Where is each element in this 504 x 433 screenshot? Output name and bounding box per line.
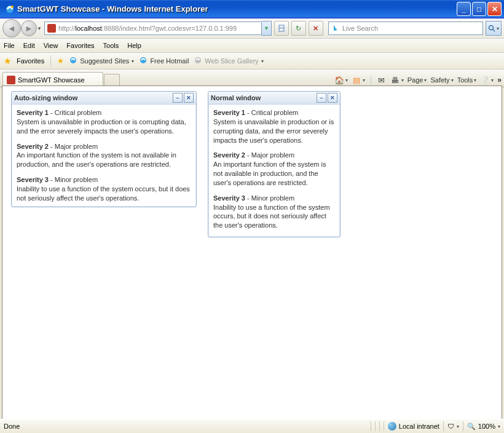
shield-icon: 🛡 [447,423,454,430]
window-title: SmartGWT Showcase - Windows Internet Exp… [17,4,457,14]
ie-icon [5,4,15,14]
web-slice-gallery-link[interactable]: Web Slice Gallery ▾ [194,56,263,66]
window-titlebar: SmartGWT Showcase - Windows Internet Exp… [0,0,504,18]
add-favorite-icon[interactable]: ★ [57,57,64,65]
address-bar[interactable]: http://localhost:8888/index.html?gwt.cod… [44,22,262,35]
severity-entry: Severity 2 - Major problem An important … [213,151,335,187]
severity-entry: Severity 3 - Minor problem Inability to … [17,175,191,203]
minimize-window-button[interactable]: – [317,93,326,103]
separator [50,55,51,66]
free-hotmail-link[interactable]: Free Hotmail [139,56,189,66]
menu-file[interactable]: File [4,42,15,49]
window-system-buttons: _ □ ✕ [457,2,502,16]
status-text: Done [4,423,20,430]
print-button[interactable]: 🖶▾ [390,75,404,85]
search-bar[interactable]: Live Search [328,22,483,35]
tools-menu[interactable]: Tools ▾ [457,76,477,84]
window-header[interactable]: Normal window – ✕ [208,92,340,105]
forward-button[interactable]: ► [21,20,37,36]
svg-rect-3 [279,28,284,28]
ie-small-icon [194,56,202,66]
ie-small-icon [139,56,148,66]
home-icon: 🏠 [334,75,344,85]
compat-view-button[interactable] [274,21,289,36]
overflow-chevron[interactable]: » [497,76,502,84]
window-title-label: Auto-sizing window [14,94,171,101]
status-bar: Done Local intranet 🛡▾ 🔍100% ▾ [0,419,504,433]
bing-icon [331,24,340,33]
read-mail-button[interactable]: ✉ [377,75,387,85]
menu-view[interactable]: View [44,42,58,49]
severity-entry: Severity 3 - Minor problem Inability to … [213,194,335,230]
menu-bar: File Edit View Favorites Tools Help [0,39,504,53]
canvas: Auto-sizing window – ✕ Severity 1 - Crit… [2,86,502,419]
address-favicon [47,24,56,33]
menu-help[interactable]: Help [127,42,141,49]
home-button[interactable]: 🏠▾ [334,75,348,85]
minimize-window-button[interactable]: – [173,93,183,103]
print-icon: 🖶 [390,75,400,85]
svg-point-4 [489,25,494,30]
help-icon: ❔ [480,75,490,85]
page-content: Auto-sizing window – ✕ Severity 1 - Crit… [2,85,502,419]
globe-icon [388,422,396,431]
window-body[interactable]: Severity 1 - Critical problem System is … [208,105,340,231]
safety-menu[interactable]: Safety ▾ [430,76,453,84]
address-host: localhost [75,25,101,32]
help-button[interactable]: ❔▾ [480,75,494,85]
back-button[interactable]: ◄ [2,19,21,38]
minimize-button[interactable]: _ [457,2,471,16]
window-body: Severity 1 - Critical problem System is … [12,105,196,207]
search-go-button[interactable]: ▾ [486,21,502,36]
search-placeholder: Live Search [342,25,378,32]
back-forward-group: ◄ ► ▼ [2,19,42,38]
tab-favicon [7,76,15,84]
browser-tab[interactable]: SmartGWT Showcase [2,72,103,87]
address-bar-wrap: http://localhost:8888/index.html?gwt.cod… [44,21,272,36]
window-title-label: Normal window [211,94,315,101]
new-tab-button[interactable] [104,74,120,87]
zoom-icon: 🔍 [467,423,476,431]
maximize-button[interactable]: □ [472,2,486,16]
feeds-button[interactable]: ▤▾ [352,75,365,85]
rss-icon: ▤ [352,75,361,85]
close-window-button[interactable]: ✕ [328,93,337,103]
security-zone[interactable]: Local intranet [388,422,439,431]
menu-edit[interactable]: Edit [23,42,35,49]
auto-sizing-window: Auto-sizing window – ✕ Severity 1 - Crit… [11,91,197,207]
refresh-button[interactable]: ↻ [291,21,306,36]
mail-icon: ✉ [377,75,387,85]
severity-entry: Severity 1 - Critical problem System is … [17,108,191,136]
close-window-button[interactable]: ✕ [184,93,194,103]
tab-row: SmartGWT Showcase 🏠▾ ▤▾ ✉ 🖶▾ Page ▾ Safe… [0,70,504,87]
severity-entry: Severity 1 - Critical problem System is … [213,108,335,145]
stop-button[interactable]: ✕ [309,21,323,36]
favorites-star-icon: ★ [4,56,12,66]
protected-mode[interactable]: 🛡▾ [447,423,459,430]
severity-entry: Severity 2 - Major problem An important … [17,142,191,170]
page-menu[interactable]: Page ▾ [408,76,427,84]
ie-small-icon [69,56,77,66]
history-dropdown[interactable]: ▼ [37,26,42,31]
favorites-button[interactable]: Favorites [17,57,44,65]
zoom-control[interactable]: 🔍100% ▾ [467,423,500,431]
tab-label: SmartGWT Showcase [18,76,85,84]
address-dropdown[interactable]: ▼ [262,21,272,36]
svg-line-5 [493,30,495,31]
suggested-sites-link[interactable]: Suggested Sites ▾ [69,56,134,66]
svg-point-1 [11,6,14,8]
close-button[interactable]: ✕ [487,2,502,16]
navigation-toolbar: ◄ ► ▼ http://localhost:8888/index.html?g… [0,18,504,39]
favorites-bar: ★ Favorites ★ Suggested Sites ▾ Free Hot… [0,53,504,70]
address-rest: :8888/index.html?gwt.codesvr=127.0.0.1:9… [102,25,237,32]
window-header[interactable]: Auto-sizing window – ✕ [12,92,196,105]
normal-window: Normal window – ✕ Severity 1 - Critical … [208,91,341,237]
menu-tools[interactable]: Tools [103,42,119,49]
menu-favorites[interactable]: Favorites [66,42,94,49]
